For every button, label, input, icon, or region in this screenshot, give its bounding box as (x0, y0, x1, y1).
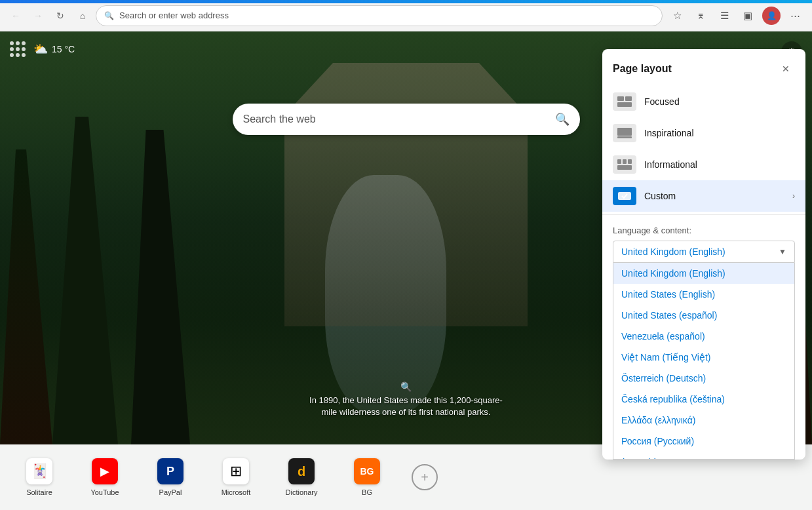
weather-widget[interactable]: ⛅ 15 °C (33, 42, 75, 56)
language-option-us-es[interactable]: United States (español) (613, 305, 794, 326)
language-option-vietnam[interactable]: Việt Nam (Tiếng Việt) (613, 347, 794, 368)
layout-label-inspirational: Inspirational (644, 128, 795, 138)
language-option-russia[interactable]: Россия (Русский) (613, 431, 794, 452)
shortcut-icon-youtube: ▶ (92, 458, 118, 484)
shortcut-label-youtube: YouTube (90, 488, 119, 496)
page-layout-panel: Page layout ✕ Focused Inspirational (602, 49, 805, 460)
shortcut-label-microsoft: Microsoft (222, 488, 251, 496)
shortcut-icon-bg: BG (354, 458, 380, 484)
language-label: Language & content: (613, 226, 795, 235)
svg-rect-3 (617, 128, 632, 136)
close-panel-button[interactable]: ✕ (777, 60, 795, 78)
weather-icon: ⛅ (33, 42, 48, 56)
collections-button[interactable]: ▣ (737, 5, 758, 26)
layout-option-informational[interactable]: Informational (602, 149, 805, 180)
svg-rect-1 (625, 96, 632, 101)
inspirational-icon (613, 124, 636, 142)
avatar: 👤 (762, 7, 781, 25)
shortcut-icon-microsoft: ⊞ (223, 458, 249, 484)
refresh-button[interactable]: ↻ (51, 7, 69, 25)
shortcut-label-bg: BG (362, 488, 372, 496)
shortcut-label-paypal: PayPal (159, 488, 182, 496)
top-left-controls: ⛅ 15 °C (10, 41, 75, 57)
dot (10, 41, 14, 45)
shortcut-label-dictionary: Dictionary (286, 488, 318, 496)
layout-option-focused[interactable]: Focused (602, 86, 805, 117)
address-bar[interactable]: 🔍 Search or enter web address (96, 5, 663, 26)
browser-chrome: ← → ↻ ⌂ 🔍 Search or enter web address ☆ … (0, 0, 812, 31)
panel-title: Page layout (613, 63, 672, 75)
dropdown-list[interactable]: United Kingdom (English) United States (… (613, 263, 795, 460)
svg-rect-0 (617, 96, 624, 101)
profile-button[interactable]: 👤 (761, 5, 782, 26)
add-shortcut-button[interactable]: + (412, 464, 438, 490)
dot (10, 53, 14, 57)
dropdown-selected[interactable]: United Kingdom (English) ▼ (613, 241, 795, 263)
cliff (284, 63, 528, 326)
shortcut-icon-dictionary: d (288, 458, 315, 484)
favorites-button[interactable]: ☆ (667, 5, 687, 26)
caption-icon: 🔍 (308, 382, 505, 392)
search-placeholder: Search the web (243, 113, 549, 125)
svg-rect-6 (623, 159, 627, 164)
apps-grid[interactable] (10, 41, 26, 57)
focused-icon (613, 92, 636, 111)
language-option-greece[interactable]: Ελλάδα (ελληνικά) (613, 410, 794, 431)
add-shortcut-container: + (412, 464, 438, 490)
shortcut-dictionary[interactable]: d Dictionary (275, 454, 328, 500)
language-dropdown[interactable]: United Kingdom (English) ▼ United Kingdo… (613, 241, 795, 460)
dot (16, 41, 20, 45)
home-button[interactable]: ⌂ (73, 7, 92, 25)
divider (602, 214, 805, 215)
caption-text: In 1890, the United States made this 1,2… (308, 395, 505, 418)
address-text: Search or enter web address (119, 10, 654, 20)
layout-label-informational: Informational (644, 159, 795, 170)
dot (10, 47, 14, 51)
dot (16, 53, 20, 57)
svg-rect-2 (617, 102, 632, 107)
filter-button[interactable]: ⌆ (690, 5, 711, 26)
shortcut-paypal[interactable]: P PayPal (144, 454, 197, 500)
svg-rect-8 (617, 165, 632, 170)
search-icon: 🔍 (104, 11, 114, 20)
shortcut-bg[interactable]: BG BG (341, 454, 393, 500)
dropdown-arrow-icon: ▼ (779, 247, 786, 256)
language-option-czech[interactable]: Česká republika (čeština) (613, 389, 794, 410)
language-section: Language & content: United Kingdom (Engl… (602, 218, 805, 460)
svg-rect-5 (617, 159, 621, 164)
forward-button[interactable]: → (29, 7, 47, 25)
dot (22, 53, 26, 57)
language-option-israel[interactable]: ישראל (עברית) (613, 452, 794, 460)
layout-option-inspirational[interactable]: Inspirational (602, 117, 805, 149)
weather-temperature: 15 °C (52, 44, 75, 54)
image-caption: 🔍 In 1890, the United States made this 1… (308, 382, 505, 418)
toolbar-icons: ☆ ⌆ ☰ ▣ 👤 ⋯ (667, 5, 805, 26)
shortcut-microsoft[interactable]: ⊞ Microsoft (210, 454, 262, 500)
favorites-menu-button[interactable]: ☰ (714, 5, 735, 26)
language-option-venezuela[interactable]: Venezuela (español) (613, 326, 794, 347)
back-button[interactable]: ← (7, 7, 25, 25)
shortcut-youtube[interactable]: ▶ YouTube (79, 454, 131, 500)
dot (22, 41, 26, 45)
layout-label-custom: Custom (644, 191, 784, 201)
shortcut-icon-paypal: P (157, 458, 184, 484)
language-option-austria[interactable]: Österreich (Deutsch) (613, 368, 794, 389)
more-button[interactable]: ⋯ (784, 5, 805, 26)
shortcut-icon-solitaire: 🃏 (26, 458, 52, 484)
layout-option-custom[interactable]: Custom › (602, 180, 805, 212)
language-option-uk[interactable]: United Kingdom (English) (613, 263, 794, 284)
shortcut-label-solitaire: Solitaire (26, 488, 52, 496)
svg-rect-4 (617, 136, 632, 138)
custom-icon (613, 187, 636, 205)
svg-rect-9 (618, 192, 631, 200)
dot (22, 47, 26, 51)
informational-icon (613, 155, 636, 174)
custom-chevron-icon: › (792, 191, 795, 201)
panel-header: Page layout ✕ (602, 49, 805, 86)
svg-rect-7 (628, 159, 632, 164)
search-box[interactable]: Search the web 🔍 (233, 104, 580, 135)
language-option-us-en[interactable]: United States (English) (613, 284, 794, 305)
shortcut-solitaire[interactable]: 🃏 Solitaire (13, 454, 66, 500)
selected-language: United Kingdom (English) (621, 246, 725, 257)
search-icon: 🔍 (555, 112, 570, 127)
